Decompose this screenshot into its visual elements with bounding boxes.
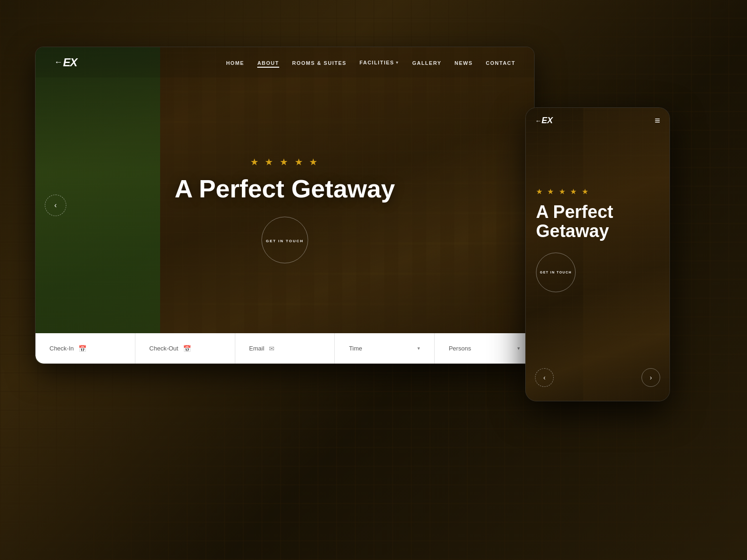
- persons-field[interactable]: Persons ▾: [435, 333, 534, 364]
- checkin-label: Check-In: [49, 345, 74, 352]
- desktop-prev-arrow[interactable]: ‹: [45, 195, 66, 216]
- nav-item-home[interactable]: HOME: [226, 58, 244, 67]
- calendar-icon-checkin: 📅: [78, 345, 86, 352]
- persons-label: Persons: [449, 345, 471, 352]
- nav-link-home: HOME: [226, 60, 244, 66]
- calendar-icon-checkout: 📅: [183, 345, 191, 352]
- email-icon: ✉: [269, 345, 275, 352]
- desktop-hero-content: ★ ★ ★ ★ ★ A Perfect Getaway GET IN TOUCH: [145, 156, 425, 263]
- nav-link-rooms: ROOMS & SUITES: [292, 60, 346, 66]
- desktop-logo[interactable]: ←EX: [54, 56, 77, 69]
- mobile-bottom-arrows: ‹ ›: [526, 368, 669, 387]
- nav-item-facilities[interactable]: FACILITIES ▾: [359, 60, 399, 65]
- mobile-cta-button[interactable]: GET IN TOUCH: [536, 252, 576, 292]
- time-label: Time: [349, 345, 362, 352]
- desktop-hero-title: A Perfect Getaway: [145, 175, 425, 203]
- nav-item-about[interactable]: ABOUT: [257, 58, 279, 67]
- facilities-label: FACILITIES: [359, 60, 394, 65]
- mobile-mockup: ←EX ≡ ★ ★ ★ ★ ★ A Perfect Getaway GET IN…: [525, 107, 670, 401]
- hamburger-menu-icon[interactable]: ≡: [655, 115, 660, 126]
- mobile-chevron-left-icon: ‹: [543, 374, 546, 381]
- time-chevron-icon: ▾: [417, 345, 420, 351]
- desktop-cta-button[interactable]: GET IN TOUCH: [261, 217, 308, 264]
- time-field[interactable]: Time ▾: [335, 333, 435, 364]
- nav-item-news[interactable]: NEWS: [455, 58, 473, 67]
- mobile-navbar: ←EX ≡: [526, 108, 669, 133]
- chevron-left-icon: ‹: [54, 201, 56, 210]
- hamburger-lines: ≡: [655, 115, 660, 126]
- nav-item-rooms[interactable]: ROOMS & SUITES: [292, 58, 346, 67]
- desktop-stars: ★ ★ ★ ★ ★: [145, 156, 425, 168]
- nav-link-news: NEWS: [455, 60, 473, 66]
- logo-text: EX: [63, 56, 77, 69]
- nav-item-contact[interactable]: CONTACT: [486, 58, 515, 67]
- desktop-navbar: ←EX HOME ABOUT ROOMS & SUITES FACILITIES…: [35, 47, 534, 77]
- nav-item-gallery[interactable]: GALLERY: [412, 58, 442, 67]
- nav-link-facilities: FACILITIES ▾: [359, 60, 399, 65]
- mobile-logo-text: EX: [542, 116, 553, 125]
- mobile-prev-arrow[interactable]: ‹: [535, 368, 554, 387]
- nav-link-about: ABOUT: [257, 60, 279, 68]
- mobile-chevron-right-icon: ›: [650, 374, 652, 381]
- desktop-cta-label: GET IN TOUCH: [266, 239, 303, 244]
- facilities-chevron-icon: ▾: [396, 60, 399, 65]
- checkout-label: Check-Out: [149, 345, 178, 352]
- desktop-cta-inner: GET IN TOUCH: [266, 236, 303, 245]
- checkout-field[interactable]: Check-Out 📅: [135, 333, 235, 364]
- persons-chevron-icon: ▾: [517, 345, 520, 351]
- mobile-stars: ★ ★ ★ ★ ★: [536, 187, 659, 196]
- mobile-cta-label: GET IN TOUCH: [540, 270, 571, 275]
- checkin-field[interactable]: Check-In 📅: [35, 333, 135, 364]
- mobile-next-arrow[interactable]: ›: [641, 368, 660, 387]
- desktop-mockup: ←EX HOME ABOUT ROOMS & SUITES FACILITIES…: [35, 47, 535, 364]
- desktop-nav-links: HOME ABOUT ROOMS & SUITES FACILITIES ▾ G…: [226, 58, 515, 67]
- logo-arrow-icon: ←: [54, 57, 62, 67]
- nav-link-contact: CONTACT: [486, 60, 515, 66]
- mobile-hero-title: A Perfect Getaway: [536, 203, 659, 242]
- nav-link-gallery: GALLERY: [412, 60, 442, 66]
- email-field[interactable]: Email ✉: [235, 333, 335, 364]
- mobile-logo[interactable]: ←EX: [535, 116, 553, 126]
- booking-bar: Check-In 📅 Check-Out 📅 Email ✉ Time ▾ Pe…: [35, 333, 534, 364]
- mobile-hero-content: ★ ★ ★ ★ ★ A Perfect Getaway GET IN TOUCH: [526, 187, 669, 293]
- email-label: Email: [249, 345, 265, 352]
- mobile-logo-arrow-icon: ←: [535, 117, 542, 125]
